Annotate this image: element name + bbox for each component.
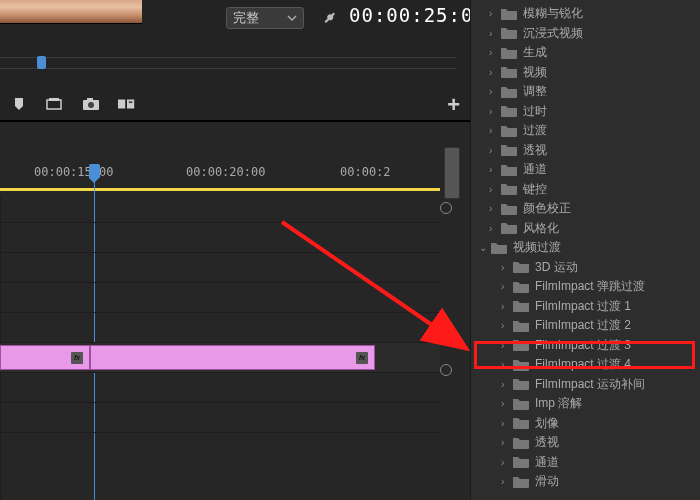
svg-rect-1 <box>47 100 61 109</box>
svg-rect-2 <box>49 98 59 101</box>
effect-folder[interactable]: ›视频 <box>471 63 700 83</box>
keyframe-marker[interactable] <box>440 202 452 214</box>
effect-subfolder[interactable]: ›3D 运动 <box>471 258 700 278</box>
svg-rect-7 <box>127 99 134 108</box>
video-clip[interactable]: fx <box>0 345 90 370</box>
timeline-tracks[interactable]: fx fx <box>0 197 440 500</box>
resolution-label: 完整 <box>233 9 287 27</box>
video-clip[interactable]: fx <box>90 345 375 370</box>
effect-folder[interactable]: ›沉浸式视频 <box>471 24 700 44</box>
effect-subfolder[interactable]: ›划像 <box>471 414 700 434</box>
effect-folder[interactable]: ›过时 <box>471 102 700 122</box>
effect-folder-expanded[interactable]: ⌄视频过渡 <box>471 238 700 258</box>
effect-folder[interactable]: ›模糊与锐化 <box>471 4 700 24</box>
effect-folder[interactable]: ›生成 <box>471 43 700 63</box>
camera-icon[interactable] <box>82 96 100 115</box>
svg-rect-0 <box>15 98 23 106</box>
fx-badge: fx <box>71 352 83 364</box>
effect-subfolder[interactable]: ›FilmImpact 过渡 1 <box>471 297 700 317</box>
timecode-display: 00:00:25:00 <box>349 4 486 26</box>
mini-ruler[interactable] <box>0 57 456 69</box>
effect-subfolder[interactable]: ›FilmImpact 运动补间 <box>471 375 700 395</box>
effect-subfolder[interactable]: ›FilmImpact 过渡 2 <box>471 316 700 336</box>
scrollbar-vertical[interactable] <box>444 147 460 199</box>
effect-folder[interactable]: ›透视 <box>471 141 700 161</box>
resolution-dropdown[interactable]: 完整 <box>226 7 304 29</box>
marker-icon[interactable] <box>10 96 28 115</box>
add-button-icon[interactable]: + <box>447 92 460 118</box>
effect-folder[interactable]: ›风格化 <box>471 219 700 239</box>
svg-rect-6 <box>118 99 125 108</box>
mini-playhead[interactable] <box>37 56 46 69</box>
effect-folder[interactable]: ›调整 <box>471 82 700 102</box>
preview-thumbnail <box>0 0 142 24</box>
ruler-time-3: 00:00:2 <box>340 165 391 179</box>
effect-subfolder[interactable]: ›FilmImpact 弹跳过渡 <box>471 277 700 297</box>
effect-subfolder[interactable]: ›Imp 溶解 <box>471 394 700 414</box>
effect-folder[interactable]: ›过渡 <box>471 121 700 141</box>
ruler-time-2: 00:00:20:00 <box>186 165 265 179</box>
effect-subfolder[interactable]: ›FilmImpact 过渡 3 <box>471 336 700 356</box>
effect-folder[interactable]: ›通道 <box>471 160 700 180</box>
settings-wrench-icon[interactable] <box>322 10 338 29</box>
effects-panel: ›模糊与锐化›沉浸式视频›生成›视频›调整›过时›过渡›透视›通道›键控›颜色校… <box>470 0 700 500</box>
svg-rect-5 <box>87 98 93 101</box>
fx-badge: fx <box>356 352 368 364</box>
effect-subfolder[interactable]: ›FilmImpact 过渡 4 <box>471 355 700 375</box>
timeline-ruler[interactable]: 00:00:15:00 00:00:20:00 00:00:2 <box>0 164 440 194</box>
ruler-time-1: 00:00:15:00 <box>34 165 113 179</box>
export-frame-icon[interactable] <box>46 96 64 115</box>
effect-subfolder[interactable]: ›透视 <box>471 433 700 453</box>
svg-rect-8 <box>129 101 133 103</box>
comparison-icon[interactable] <box>118 96 136 115</box>
svg-point-4 <box>88 102 94 108</box>
timeline-panel: 完整 00:00:25:00 + 00:00:15:00 00:0 <box>0 0 470 500</box>
effect-folder[interactable]: ›颜色校正 <box>471 199 700 219</box>
keyframe-marker[interactable] <box>440 364 452 376</box>
effect-subfolder[interactable]: ›通道 <box>471 453 700 473</box>
chevron-down-icon <box>287 13 297 23</box>
effect-folder[interactable]: ›键控 <box>471 180 700 200</box>
effect-subfolder[interactable]: ›滑动 <box>471 472 700 492</box>
